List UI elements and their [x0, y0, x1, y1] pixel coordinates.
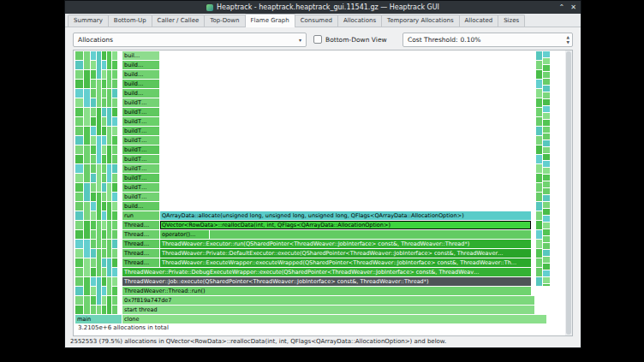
- flame-strip-segment[interactable]: [536, 277, 542, 286]
- flame-strip-segment[interactable]: [112, 98, 117, 107]
- flame-strip-segment[interactable]: [112, 296, 117, 305]
- flame-strip-segment[interactable]: [536, 258, 542, 267]
- flame-strip-segment[interactable]: [91, 127, 96, 135]
- flame-strip-segment[interactable]: [91, 174, 96, 182]
- flame-strip-segment[interactable]: [84, 258, 90, 276]
- flame-strip-segment[interactable]: [97, 136, 101, 163]
- flame-strip-segment[interactable]: [91, 268, 96, 276]
- flame-strip-segment[interactable]: [91, 202, 96, 211]
- flame-strip-segment[interactable]: [97, 164, 101, 192]
- flame-frame[interactable]: ThreadWeaver::Job::execute(QSharedPointe…: [122, 277, 531, 286]
- flame-strip-segment[interactable]: [536, 127, 542, 135]
- flame-frame[interactable]: buildT…: [122, 164, 159, 173]
- flame-strip-segment[interactable]: [536, 70, 542, 79]
- flame-strip-segment[interactable]: [91, 98, 96, 107]
- flame-strip-segment[interactable]: [543, 134, 550, 139]
- flame-strip-segment[interactable]: [75, 249, 83, 258]
- flame-frame[interactable]: 0x7f819a747de7: [122, 296, 534, 305]
- flame-frame[interactable]: ThreadWeaver::Thread::run(): [122, 287, 531, 295]
- flame-strip-segment[interactable]: [543, 65, 550, 71]
- flame-strip-segment[interactable]: [84, 164, 90, 182]
- flame-strip-segment[interactable]: [536, 202, 542, 211]
- flame-strip-segment[interactable]: [102, 193, 106, 201]
- flame-frame[interactable]: buildT…: [122, 174, 159, 182]
- flame-strip-segment[interactable]: [84, 296, 90, 314]
- cost-threshold-spinbox[interactable]: Cost Threshold: 0.10% ▲ ▼: [402, 33, 573, 47]
- flame-strip-segment[interactable]: [543, 264, 550, 270]
- flame-strip-segment[interactable]: [543, 113, 550, 119]
- tab-caller-callee[interactable]: Caller / Callee: [152, 15, 206, 27]
- flame-strip-segment[interactable]: [543, 181, 550, 187]
- tab-top-down[interactable]: Top-Down: [204, 15, 245, 27]
- flame-strip-segment[interactable]: [536, 240, 542, 248]
- flame-frame[interactable]: buildT…: [122, 183, 159, 192]
- flame-strip-segment[interactable]: [543, 154, 550, 160]
- flame-strip-segment[interactable]: [112, 70, 117, 79]
- flame-strip-segment[interactable]: [102, 155, 106, 163]
- flame-frame[interactable]: Thread…: [122, 249, 159, 258]
- flame-strip-segment[interactable]: [112, 211, 117, 220]
- flame-strip-segment[interactable]: [543, 168, 550, 174]
- flame-strip-segment[interactable]: [91, 61, 96, 69]
- flame-strip-segment[interactable]: [536, 80, 542, 88]
- flame-strip-segment[interactable]: [91, 287, 96, 295]
- flame-strip-segment[interactable]: [536, 108, 542, 116]
- flame-strip-segment[interactable]: [84, 145, 90, 163]
- flame-strip-segment[interactable]: [75, 183, 83, 192]
- flame-strip-segment[interactable]: [536, 98, 542, 107]
- flame-strip-segment[interactable]: [84, 221, 90, 239]
- flame-strip-segment[interactable]: [75, 296, 83, 305]
- flame-frame[interactable]: buildT…: [122, 145, 159, 154]
- flame-frame[interactable]: ThreadWeaver::Private::DefaultExecutor::…: [160, 249, 531, 258]
- flame-strip-segment[interactable]: [97, 80, 101, 107]
- flame-strip-segment[interactable]: [84, 277, 90, 295]
- tab-sizes[interactable]: Sizes: [498, 15, 525, 27]
- flame-frame[interactable]: build…: [122, 61, 159, 69]
- flame-strip-segment[interactable]: [75, 174, 83, 182]
- flame-strip-segment[interactable]: [75, 258, 83, 267]
- flame-strip-segment[interactable]: [91, 296, 96, 305]
- flame-strip-segment[interactable]: [543, 86, 550, 92]
- flame-strip-segment[interactable]: [91, 117, 96, 126]
- flame-strip-segment[interactable]: [91, 155, 96, 163]
- flame-strip-segment[interactable]: [75, 221, 83, 229]
- close-icon[interactable]: ✕: [570, 4, 576, 11]
- flame-frame[interactable]: build…: [122, 89, 159, 98]
- flame-strip-segment[interactable]: [543, 195, 550, 201]
- flame-strip-segment[interactable]: [91, 80, 96, 88]
- flame-strip-segment[interactable]: [112, 108, 117, 116]
- flame-strip-segment[interactable]: [75, 287, 83, 295]
- flame-strip-segment[interactable]: [112, 155, 117, 163]
- flame-strip-segment[interactable]: [543, 257, 550, 263]
- flame-strip-segment[interactable]: [91, 249, 96, 258]
- flame-frame[interactable]: Thread…: [122, 240, 159, 248]
- flame-strip-segment[interactable]: [75, 240, 83, 248]
- flame-strip-segment[interactable]: [102, 296, 106, 305]
- flame-strip-segment[interactable]: [543, 140, 550, 146]
- flame-strip-segment[interactable]: [536, 117, 542, 126]
- flame-strip-segment[interactable]: [543, 161, 550, 167]
- flame-strip-segment[interactable]: [107, 108, 111, 126]
- flame-strip-segment[interactable]: [75, 51, 83, 60]
- flame-strip-segment[interactable]: [91, 108, 96, 116]
- flame-strip-segment[interactable]: [75, 211, 83, 220]
- flame-strip-segment[interactable]: [543, 127, 550, 133]
- bottom-down-checkbox[interactable]: Bottom-Down View: [313, 35, 387, 44]
- tab-temporary-allocations[interactable]: Temporary Allocations: [381, 15, 460, 27]
- flame-strip-segment[interactable]: [112, 174, 117, 182]
- spin-down-icon[interactable]: ▼: [567, 40, 569, 45]
- flame-strip-segment[interactable]: [536, 268, 542, 276]
- flame-strip-segment[interactable]: [107, 89, 111, 107]
- flame-strip-segment[interactable]: [102, 89, 106, 98]
- flame-strip-segment[interactable]: [75, 70, 83, 79]
- flame-strip-segment[interactable]: [102, 277, 106, 286]
- flame-strip-segment[interactable]: [107, 51, 111, 69]
- tab-bottom-up[interactable]: Bottom-Up: [108, 15, 152, 27]
- flame-frame[interactable]: ThreadWeaver::Executor::run(QSharedPoint…: [160, 240, 531, 248]
- flame-strip-segment[interactable]: [91, 277, 96, 286]
- flame-strip-segment[interactable]: [75, 164, 83, 173]
- flame-strip-segment[interactable]: [107, 145, 111, 163]
- flame-strip-segment[interactable]: [102, 287, 106, 295]
- flame-strip-segment[interactable]: [91, 306, 96, 314]
- flame-strip-segment[interactable]: [112, 127, 117, 135]
